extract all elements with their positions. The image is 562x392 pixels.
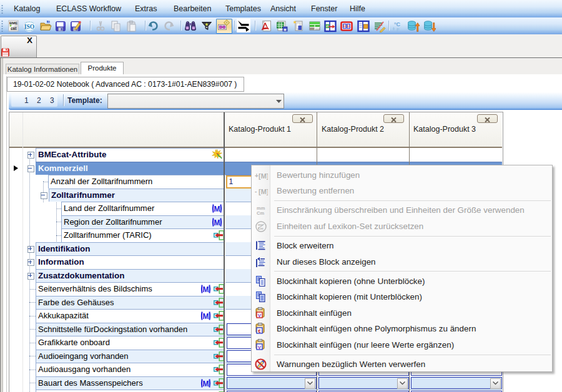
svg-text:M: M [214, 218, 220, 226]
svg-text:U: U [343, 24, 346, 28]
svg-text:[M]: [M] [259, 188, 268, 195]
svg-text:-: - [255, 188, 257, 195]
svg-text:ISO: ISO [24, 24, 34, 30]
svg-text:°C: °C [394, 21, 401, 27]
svg-text:M: M [203, 379, 209, 387]
svg-text:Em: Em [258, 227, 264, 230]
svg-text:M: M [214, 205, 220, 213]
svg-text:M: M [203, 312, 209, 320]
svg-text:V: V [327, 25, 328, 28]
svg-text:BME: BME [9, 21, 17, 25]
svg-text:U: U [347, 24, 350, 28]
svg-text:V: V [258, 312, 262, 318]
svg-text:F: F [397, 27, 400, 32]
svg-text:[M]: [M] [259, 172, 268, 180]
svg-text:M: M [203, 285, 209, 293]
svg-text:V: V [258, 344, 262, 350]
svg-text:cat: cat [11, 26, 17, 31]
svg-text:€: € [258, 328, 261, 334]
svg-text:Cm: Cm [257, 210, 264, 216]
